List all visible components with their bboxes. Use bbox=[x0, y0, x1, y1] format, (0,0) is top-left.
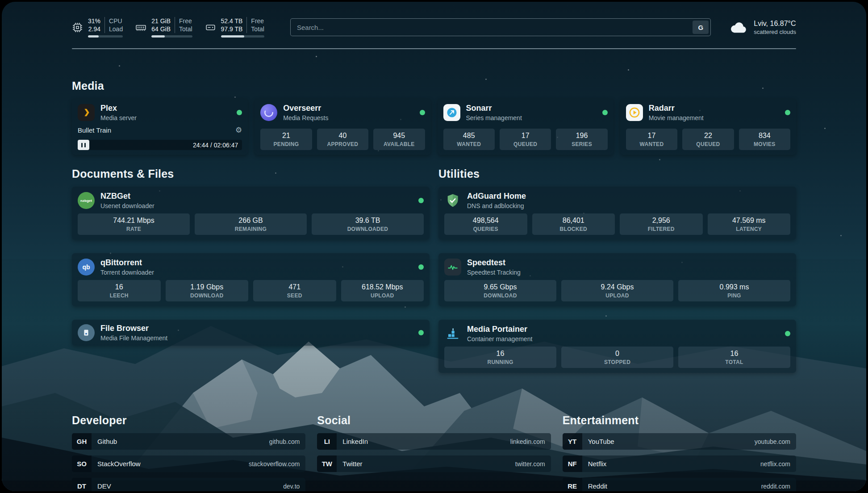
service-subtitle: Usenet downloader bbox=[100, 202, 154, 209]
disk-free: 52.4 TB bbox=[221, 17, 243, 25]
entertainment-heading: Entertainment bbox=[563, 414, 796, 427]
sonarr-header: Sonarr Series management bbox=[443, 104, 608, 121]
topbar: 31% 2.94 CPU Load bbox=[72, 17, 796, 38]
stat-box: 16 RUNNING bbox=[444, 347, 556, 368]
stat-label: BLOCKED bbox=[534, 226, 613, 232]
bookmark-linkedin[interactable]: LI LinkedIn linkedin.com bbox=[317, 433, 551, 450]
service-name: qBittorrent bbox=[100, 258, 154, 267]
stat-value: 16 bbox=[79, 283, 159, 291]
adguard-shield-icon bbox=[444, 192, 461, 209]
pause-button[interactable] bbox=[78, 140, 89, 150]
filebrowser-card[interactable]: File Browser Media File Management bbox=[72, 320, 430, 346]
nzbget-icon: nzbget bbox=[78, 192, 95, 209]
bookmark-abbr: YT bbox=[563, 433, 582, 450]
bookmark-name: StackOverflow bbox=[97, 460, 141, 468]
stat-label: PENDING bbox=[262, 141, 310, 147]
plex-card[interactable]: Plex Media server Bullet Train ⚙ 24:44 bbox=[72, 99, 248, 155]
weather-widget[interactable]: Lviv, 16.87°C scattered clouds bbox=[730, 20, 796, 35]
stat-box: 2,956 FILTERED bbox=[620, 213, 703, 235]
stat-value: 47.569 ms bbox=[709, 217, 789, 225]
stat-box: 17 QUEUED bbox=[500, 129, 551, 150]
stat-box: 834 MOVIES bbox=[739, 129, 790, 150]
stat-value: 40 bbox=[319, 132, 367, 140]
speedtest-card[interactable]: Speedtest Speedtest Tracking 9.65 Gbps D… bbox=[438, 253, 796, 306]
stat-value: 9.65 Gbps bbox=[446, 283, 555, 291]
portainer-icon bbox=[444, 325, 461, 342]
disk-monitor: 52.4 TB 97.9 TB Free Total bbox=[205, 17, 264, 38]
stat-value: 618.52 Mbps bbox=[343, 283, 422, 291]
portainer-card[interactable]: Media Portainer Container management 16 … bbox=[438, 320, 796, 373]
adguard-header: AdGuard Home DNS and adblocking bbox=[444, 192, 790, 209]
overseerr-card[interactable]: Overseerr Media Requests 21 PENDING 40 A… bbox=[255, 99, 430, 155]
cpu-label: CPU bbox=[109, 17, 123, 25]
radarr-header: Radarr Movie management bbox=[626, 104, 790, 121]
now-playing-row: Bullet Train ⚙ bbox=[78, 126, 242, 134]
bookmark-abbr: DT bbox=[72, 478, 92, 491]
media-heading: Media bbox=[72, 79, 796, 92]
sonarr-stats: 485 WANTED 17 QUEUED 196 SERIES bbox=[443, 129, 608, 150]
stat-value: 834 bbox=[741, 132, 789, 140]
ram-label: Free bbox=[179, 17, 192, 25]
overseerr-icon bbox=[260, 104, 277, 121]
bookmark-youtube[interactable]: YT YouTube youtube.com bbox=[563, 433, 796, 450]
cpu-percent: 31% bbox=[88, 17, 100, 25]
stat-box: 86,401 BLOCKED bbox=[532, 213, 615, 235]
filebrowser-icon bbox=[78, 324, 95, 341]
qbittorrent-header: qb qBittorrent Torrent downloader bbox=[78, 258, 424, 276]
stat-label: MOVIES bbox=[741, 141, 789, 147]
service-name: Speedtest bbox=[467, 258, 521, 267]
disk-icon bbox=[205, 22, 216, 33]
plex-header: Plex Media server bbox=[78, 104, 242, 121]
documents-column: Documents & Files nzbget NZBGet Usenet d… bbox=[72, 167, 430, 386]
system-monitors: 31% 2.94 CPU Load bbox=[72, 17, 264, 38]
cpu-load: 2.94 bbox=[88, 25, 100, 33]
bookmark-github[interactable]: GH Github github.com bbox=[72, 433, 305, 450]
bookmark-url: github.com bbox=[269, 438, 300, 445]
bookmark-abbr: NF bbox=[563, 455, 582, 472]
sonarr-icon bbox=[443, 104, 460, 121]
stat-box: 0 STOPPED bbox=[561, 347, 673, 368]
service-subtitle: Container management bbox=[467, 335, 532, 343]
bookmark-netflix[interactable]: NF Netflix netflix.com bbox=[563, 455, 796, 472]
stat-value: 0.993 ms bbox=[680, 283, 789, 291]
adguard-card[interactable]: AdGuard Home DNS and adblocking 498,564 … bbox=[438, 187, 796, 240]
bookmark-url: stackoverflow.com bbox=[249, 460, 300, 468]
radarr-card[interactable]: Radarr Movie management 17 WANTED 22 QUE… bbox=[620, 99, 796, 155]
status-dot bbox=[418, 264, 424, 270]
stat-label: FILTERED bbox=[622, 226, 701, 232]
stat-label: DOWNLOADED bbox=[313, 226, 422, 232]
service-name: NZBGet bbox=[100, 192, 154, 201]
status-dot bbox=[420, 110, 425, 115]
search-bar: G bbox=[290, 18, 711, 36]
bookmark-reddit[interactable]: RE Reddit reddit.com bbox=[563, 478, 796, 491]
qbittorrent-card[interactable]: qb qBittorrent Torrent downloader 16 LEE… bbox=[72, 253, 430, 306]
overseerr-stats: 21 PENDING 40 APPROVED 945 AVAILABLE bbox=[260, 129, 425, 150]
bookmark-name: YouTube bbox=[588, 438, 614, 445]
developer-heading: Developer bbox=[72, 414, 305, 427]
cloud-icon bbox=[730, 21, 748, 34]
nzbget-card[interactable]: nzbget NZBGet Usenet downloader 744.21 M… bbox=[72, 187, 430, 240]
service-name: File Browser bbox=[100, 324, 167, 333]
search-engine-button[interactable]: G bbox=[693, 21, 709, 34]
settings-gear-icon[interactable]: ⚙ bbox=[235, 126, 242, 134]
radarr-stats: 17 WANTED 22 QUEUED 834 MOVIES bbox=[626, 129, 790, 150]
stat-value: 266 GB bbox=[196, 217, 305, 225]
ram-free: 21 GiB bbox=[151, 17, 171, 25]
stat-label: TOTAL bbox=[680, 359, 789, 365]
search-input[interactable] bbox=[290, 18, 711, 36]
bookmark-name: LinkedIn bbox=[342, 438, 368, 445]
cpu-monitor: 31% 2.94 CPU Load bbox=[72, 17, 123, 38]
stat-label: SERIES bbox=[558, 141, 605, 147]
stat-value: 17 bbox=[628, 132, 676, 140]
bookmark-url: linkedin.com bbox=[510, 438, 545, 445]
status-dot bbox=[602, 110, 608, 115]
bookmark-twitter[interactable]: TW Twitter twitter.com bbox=[317, 455, 551, 472]
sonarr-card[interactable]: Sonarr Series management 485 WANTED 17 Q… bbox=[438, 99, 613, 155]
bookmark-dev[interactable]: DT DEV dev.to bbox=[72, 478, 305, 491]
disk-label2: Total bbox=[251, 25, 264, 33]
social-heading: Social bbox=[317, 414, 551, 427]
playback-bar[interactable]: 24:44 / 02:06:47 bbox=[78, 140, 242, 150]
overseerr-header: Overseerr Media Requests bbox=[260, 104, 425, 121]
utilities-column: Utilities AdGuard Home bbox=[438, 167, 796, 386]
bookmark-stackoverflow[interactable]: SO StackOverflow stackoverflow.com bbox=[72, 455, 305, 472]
